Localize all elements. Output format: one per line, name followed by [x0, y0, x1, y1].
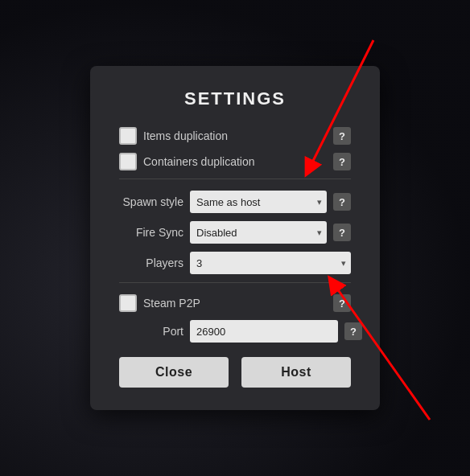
spawn-style-help[interactable]: ? [333, 193, 351, 211]
containers-duplication-row: Containers duplication ? [119, 153, 351, 170]
steam-p2p-row: Steam P2P ? [119, 294, 351, 312]
fire-sync-select-wrap: Disabled Enabled ▾ [190, 221, 327, 244]
close-button[interactable]: Close [119, 357, 229, 388]
players-row: Players 1 2 3 4 5 6 7 8 ▾ [119, 252, 351, 274]
bottom-buttons: Close Host [119, 357, 351, 388]
items-duplication-checkbox[interactable] [119, 127, 137, 145]
port-help[interactable]: ? [344, 322, 362, 340]
divider-1 [119, 178, 351, 179]
containers-duplication-help[interactable]: ? [333, 153, 351, 170]
settings-dialog: SETTINGS Items duplication ? Containers … [90, 66, 380, 410]
port-input[interactable] [190, 320, 338, 343]
spawn-style-select-wrap: Same as host Random Fixed ▾ [190, 191, 327, 213]
players-select-wrap: 1 2 3 4 5 6 7 8 ▾ [190, 252, 351, 274]
fire-sync-help[interactable]: ? [333, 224, 351, 241]
dialog-title: SETTINGS [119, 88, 351, 109]
players-select[interactable]: 1 2 3 4 5 6 7 8 [190, 252, 351, 274]
steam-p2p-checkbox[interactable] [119, 294, 137, 312]
containers-duplication-checkbox[interactable] [119, 153, 137, 170]
items-duplication-row: Items duplication ? [119, 127, 351, 145]
port-label: Port [119, 325, 183, 338]
containers-duplication-label: Containers duplication [143, 155, 327, 168]
players-label: Players [119, 256, 183, 269]
fire-sync-select[interactable]: Disabled Enabled [190, 221, 327, 244]
spawn-style-row: Spawn style Same as host Random Fixed ▾ … [119, 191, 351, 213]
steam-p2p-label: Steam P2P [143, 297, 327, 310]
divider-2 [119, 282, 351, 283]
fire-sync-label: Fire Sync [119, 226, 183, 239]
port-row: Port ? [119, 320, 351, 343]
steam-p2p-help[interactable]: ? [333, 294, 351, 312]
host-button[interactable]: Host [241, 357, 351, 388]
items-duplication-label: Items duplication [143, 129, 327, 142]
spawn-style-select[interactable]: Same as host Random Fixed [190, 191, 327, 213]
items-duplication-help[interactable]: ? [333, 127, 351, 145]
spawn-style-label: Spawn style [119, 195, 183, 208]
fire-sync-row: Fire Sync Disabled Enabled ▾ ? [119, 221, 351, 244]
